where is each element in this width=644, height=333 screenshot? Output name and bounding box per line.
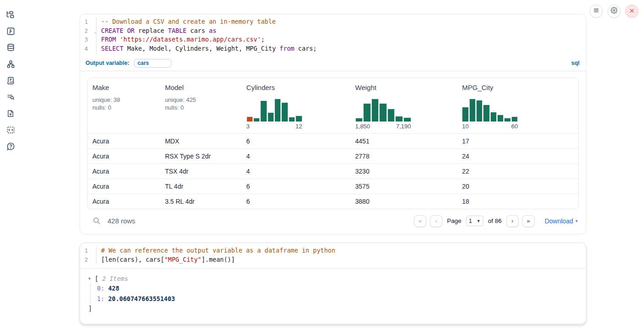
line-number: 3 [80, 35, 97, 44]
column-header[interactable]: Weight1,8507,190 [351, 78, 458, 133]
column-histogram[interactable]: 1,8507,190 [355, 99, 411, 130]
column-histogram[interactable]: 312 [247, 99, 302, 130]
histogram-bar [247, 116, 253, 122]
menu-button[interactable] [590, 5, 603, 18]
page-of-label: of 86 [488, 217, 502, 224]
table-cell: 6 [242, 183, 351, 190]
table-cell: Acura [88, 198, 161, 205]
output-variable-bar: Output variable: sql [80, 58, 586, 71]
column-header[interactable]: MPG_City1060 [457, 78, 578, 133]
histogram-bar [511, 116, 518, 122]
code-line[interactable]: 4SELECT Make, Model, Cylinders, Weight, … [80, 44, 586, 53]
tree-expand-icon[interactable]: ▼ [88, 276, 93, 281]
search-icon[interactable] [93, 217, 101, 225]
histogram-bar [403, 117, 411, 122]
table-cell: 17 [457, 137, 578, 145]
sidebar-item[interactable] [5, 10, 16, 19]
table-cell: 3575 [351, 183, 458, 190]
close-icon [629, 7, 635, 16]
page-select[interactable]: 1 ▼ [466, 216, 483, 226]
table-cell: TSX 4dr [161, 168, 242, 175]
table-cell: 4 [242, 168, 351, 175]
close-button[interactable] [625, 5, 639, 18]
hist-max-label: 60 [511, 123, 518, 130]
sql-output-area: Makeunique: 38nulls: 0Modelunique: 425nu… [80, 71, 586, 234]
code-line[interactable]: 1# We can reference the output variable … [80, 246, 586, 255]
sidebar-item[interactable] [5, 142, 16, 151]
logs-search-icon [6, 93, 15, 101]
table-row[interactable]: Acura3.5 RL 4dr6388018 [88, 194, 578, 209]
top-controls [590, 5, 639, 18]
output-variable-input[interactable] [134, 59, 172, 68]
table-cell: Acura [88, 183, 161, 190]
table-footer: 428 rows « ‹ Page 1 ▼ of 86 › » Download [87, 209, 579, 234]
histogram-bar [476, 100, 483, 122]
table-cell: RSX Type S 2dr [161, 153, 242, 160]
column-header[interactable]: Cylinders312 [242, 78, 351, 133]
sidebar-item[interactable] [5, 26, 16, 36]
sidebar-item[interactable] [5, 109, 16, 118]
output-variable-label: Output variable: [86, 60, 129, 66]
help-icon [6, 142, 15, 151]
chevron-down-icon: ▾ [575, 218, 578, 223]
tree-close-bracket: ] [88, 304, 579, 313]
table-cell: 24 [457, 153, 578, 160]
column-title: Cylinders [247, 84, 346, 91]
table-cell: TL 4dr [161, 183, 242, 190]
histogram-bar [371, 99, 379, 122]
table-cell: 4451 [351, 137, 458, 145]
table-row[interactable]: AcuraMDX6445117 [88, 133, 578, 148]
gear-button[interactable] [607, 5, 621, 18]
gear-icon [611, 7, 617, 16]
python-code-editor[interactable]: 1# We can reference the output variable … [80, 243, 586, 268]
tree-entry: 0: 428 [97, 283, 579, 294]
table-row[interactable]: AcuraTSX 4dr4323022 [88, 164, 578, 179]
file-tree-icon [6, 10, 15, 19]
database-icon [6, 43, 15, 52]
language-badge[interactable]: sql [571, 60, 580, 66]
prev-page-button[interactable]: ‹ [430, 215, 442, 227]
download-button[interactable]: Download ▾ [545, 217, 578, 225]
table-cell: Acura [88, 153, 161, 160]
column-header[interactable]: Makeunique: 38nulls: 0 [88, 78, 161, 133]
histogram-bar [469, 99, 476, 122]
column-histogram[interactable]: 1060 [462, 99, 518, 130]
code-line[interactable]: 2⌄CREATE OR replace TABLE cars as [80, 26, 586, 36]
table-header: Makeunique: 38nulls: 0Modelunique: 425nu… [88, 78, 578, 133]
column-stats: unique: 425nulls: 0 [165, 96, 237, 111]
sidebar-item[interactable] [5, 59, 16, 69]
table-cell: 6 [242, 198, 351, 205]
table-cell: 3.5 RL 4dr [161, 198, 242, 205]
table-cell: 4 [242, 153, 351, 160]
last-page-button[interactable]: » [522, 215, 535, 227]
function-icon [6, 27, 15, 36]
data-table: Makeunique: 38nulls: 0Modelunique: 425nu… [87, 78, 579, 209]
table-row[interactable]: AcuraRSX Type S 2dr4277824 [88, 148, 578, 164]
scratchpad-icon [6, 76, 15, 85]
sql-cell: 1-- Download a CSV and create an in-memo… [80, 14, 586, 234]
histogram-bar [253, 118, 260, 122]
column-title: MPG_City [462, 84, 574, 91]
sidebar-item[interactable] [5, 43, 16, 52]
code-line[interactable]: 2[len(cars), cars["MPG_City"].mean()] [80, 255, 586, 264]
histogram-bar [355, 118, 363, 122]
sql-code-editor[interactable]: 1-- Download a CSV and create an in-memo… [80, 14, 586, 58]
code-line[interactable]: 3FROM 'https://datasets.marimo.app/cars.… [80, 35, 586, 44]
histogram-bar [289, 117, 295, 122]
first-page-button[interactable]: « [414, 215, 426, 227]
column-title: Weight [355, 84, 453, 91]
table-row[interactable]: AcuraTL 4dr6357520 [88, 179, 578, 194]
next-page-button[interactable]: › [506, 215, 519, 227]
sidebar-item[interactable] [5, 76, 16, 85]
code-line[interactable]: 1-- Download a CSV and create an in-memo… [80, 17, 586, 26]
tree-value: 20.060747663551403 [108, 295, 175, 302]
sidebar-item[interactable] [5, 92, 16, 101]
sidebar-item[interactable] [5, 125, 16, 134]
line-number: 2⌄ [80, 26, 97, 36]
column-header[interactable]: Modelunique: 425nulls: 0 [161, 78, 242, 133]
document-icon [6, 109, 15, 118]
table-cell: 2778 [351, 153, 458, 160]
histogram-bar [274, 99, 281, 122]
hist-min-label: 1,850 [355, 123, 370, 130]
histogram-bar [497, 115, 504, 122]
